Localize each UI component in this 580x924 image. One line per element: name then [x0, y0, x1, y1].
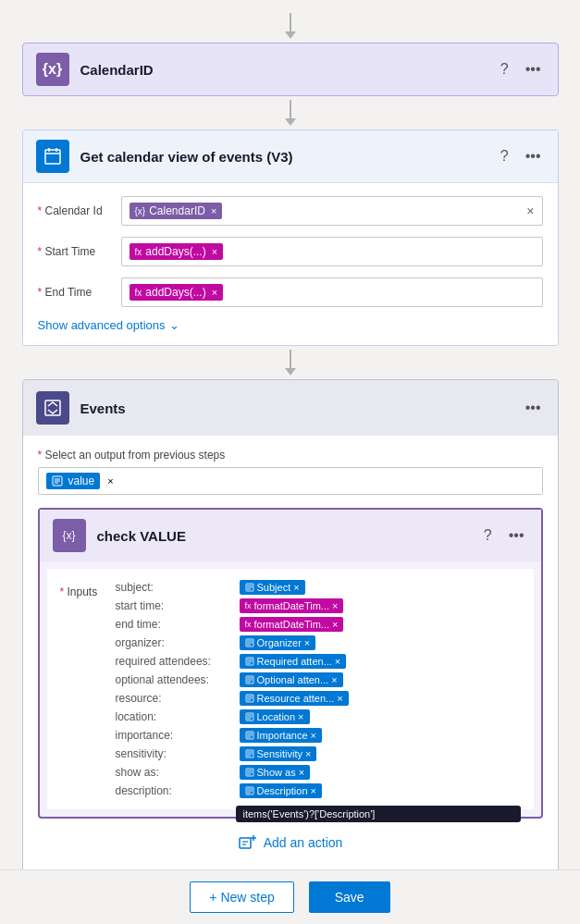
inputs-row: * Inputs subject: Subject × [60, 580, 521, 798]
token-starttime: fx formatDateTim... × [240, 598, 344, 613]
check-value-header: {x} check VALUE ? ••• [40, 510, 541, 561]
token-optional-remove[interactable]: × [331, 674, 337, 685]
token-importance: Importance × [240, 728, 322, 743]
calendar-id-help-btn[interactable]: ? [497, 59, 512, 80]
input-key-subject: subject: [116, 581, 236, 594]
check-value-title: check VALUE [97, 528, 480, 544]
calendar-id-input[interactable]: {x} CalendarID × × [121, 196, 543, 226]
add-action-btn[interactable]: Add an action [238, 833, 343, 852]
add-action-label: Add an action [264, 835, 343, 850]
token-sensitivity: Sensitivity × [240, 746, 317, 761]
top-arrow [285, 13, 296, 39]
input-key-showas: show as: [116, 766, 236, 779]
token-endtime-remove[interactable]: × [332, 619, 338, 630]
inputs-label: * Inputs [60, 580, 116, 598]
get-calendar-body: * Calendar Id {x} CalendarID × × [23, 183, 558, 345]
input-item-subject: subject: Subject × [116, 580, 521, 595]
calendar-id-token-remove[interactable]: × [211, 205, 216, 216]
input-item-organizer: organizer: Organizer × [116, 635, 521, 650]
get-calendar-more-btn[interactable]: ••• [522, 146, 545, 166]
token-starttime-remove[interactable]: × [332, 600, 338, 611]
arrow-2 [285, 350, 296, 376]
get-calendar-help-btn[interactable]: ? [497, 146, 512, 166]
value-token: value [46, 473, 101, 489]
token-showas: Show as × [240, 765, 311, 780]
get-calendar-header: Get calendar view of events (V3) ? ••• [23, 130, 558, 183]
arrow-1 [285, 100, 296, 126]
calendar-id-icon: {x} [36, 53, 69, 86]
events-more-btn[interactable]: ••• [522, 398, 545, 418]
input-key-sensitivity: sensitivity: [116, 747, 236, 760]
events-header: Events ••• [23, 380, 558, 436]
end-time-input[interactable]: fx addDays(...) × [121, 277, 543, 307]
svg-rect-49 [240, 838, 251, 848]
token-importance-remove[interactable]: × [311, 730, 316, 741]
token-resource: Resource atten... × [240, 691, 349, 706]
input-key-location: location: [116, 710, 236, 723]
end-time-field-row: * End Time fx addDays(...) × [38, 277, 543, 307]
end-time-token-remove[interactable]: × [212, 287, 217, 298]
events-block: Events ••• * Select an output from previ… [22, 379, 559, 881]
end-time-label: * End Time [38, 286, 121, 299]
token-optional: Optional atten... × [240, 672, 343, 687]
token-organizer: Organizer × [240, 635, 316, 650]
token-location-remove[interactable]: × [298, 711, 303, 722]
new-step-btn[interactable]: + New step [190, 881, 293, 913]
svg-rect-0 [45, 150, 60, 164]
input-item-description: description: Description × items('Events… [116, 783, 521, 798]
start-time-field-row: * Start Time fx addDays(...) × [38, 237, 543, 266]
input-item-sensitivity: sensitivity: Sensitivity × [116, 746, 521, 761]
add-action-icon [238, 833, 256, 852]
input-item-location: location: Location × [116, 709, 521, 724]
end-time-token: fx addDays(...) × [130, 284, 224, 301]
input-key-optional: optional attendees: [116, 673, 236, 686]
input-key-starttime: start time: [116, 599, 236, 612]
input-key-resource: resource: [116, 692, 236, 705]
calendar-id-clear[interactable]: × [526, 203, 534, 218]
token-sensitivity-remove[interactable]: × [305, 748, 311, 759]
input-key-required: required attendees: [116, 655, 236, 668]
check-value-help-btn[interactable]: ? [480, 525, 496, 546]
input-key-importance: importance: [116, 729, 236, 742]
token-required: Required atten... × [240, 654, 347, 669]
calendar-id-field-row: * Calendar Id {x} CalendarID × × [38, 196, 543, 226]
value-token-remove[interactable]: × [107, 475, 113, 487]
token-resource-remove[interactable]: × [337, 693, 342, 704]
input-item-optional: optional attendees: Optional atten... × [116, 672, 521, 687]
calendar-id-block: {x} CalendarID ? ••• [22, 43, 559, 96]
save-btn[interactable]: Save [309, 881, 390, 913]
start-time-token: fx addDays(...) × [130, 243, 224, 260]
calendar-id-token: {x} CalendarID × [130, 203, 223, 219]
input-key-description: description: [116, 784, 236, 797]
token-description: Description × [240, 783, 322, 798]
input-item-endtime: end time: fx formatDateTim... × [116, 617, 521, 632]
token-organizer-remove[interactable]: × [304, 637, 310, 648]
chevron-down-icon: ⌄ [169, 318, 179, 332]
get-calendar-title: Get calendar view of events (V3) [80, 149, 497, 165]
value-token-row[interactable]: value × [38, 467, 543, 495]
input-key-organizer: organizer: [116, 636, 236, 649]
token-showas-remove[interactable]: × [299, 767, 304, 778]
events-title: Events [80, 400, 522, 416]
get-calendar-block: Get calendar view of events (V3) ? ••• *… [22, 129, 559, 346]
calendar-id-more-btn[interactable]: ••• [522, 59, 545, 80]
input-item-starttime: start time: fx formatDateTim... × [116, 598, 521, 613]
inputs-grid: subject: Subject × start time: [116, 580, 521, 798]
input-key-endtime: end time: [116, 618, 236, 631]
check-value-icon: {x} [53, 519, 86, 552]
description-tooltip: items('Events')?['Description'] [236, 806, 521, 822]
token-subject: Subject × [240, 580, 305, 595]
check-value-more-btn[interactable]: ••• [505, 525, 528, 546]
token-description-remove[interactable]: × [311, 785, 316, 796]
start-time-input[interactable]: fx addDays(...) × [121, 237, 543, 266]
token-subject-remove[interactable]: × [293, 582, 299, 593]
bottom-bar: + New step Save [0, 869, 580, 924]
start-time-token-remove[interactable]: × [212, 246, 217, 257]
input-item-showas: show as: Show as × [116, 765, 521, 780]
token-location: Location × [240, 709, 310, 724]
add-action-container: Add an action [38, 833, 543, 852]
show-advanced-btn[interactable]: Show advanced options ⌄ [38, 318, 543, 332]
token-required-remove[interactable]: × [335, 656, 340, 667]
events-body: * Select an output from previous steps v… [23, 436, 558, 880]
input-item-required: required attendees: Required atten... × [116, 654, 521, 669]
